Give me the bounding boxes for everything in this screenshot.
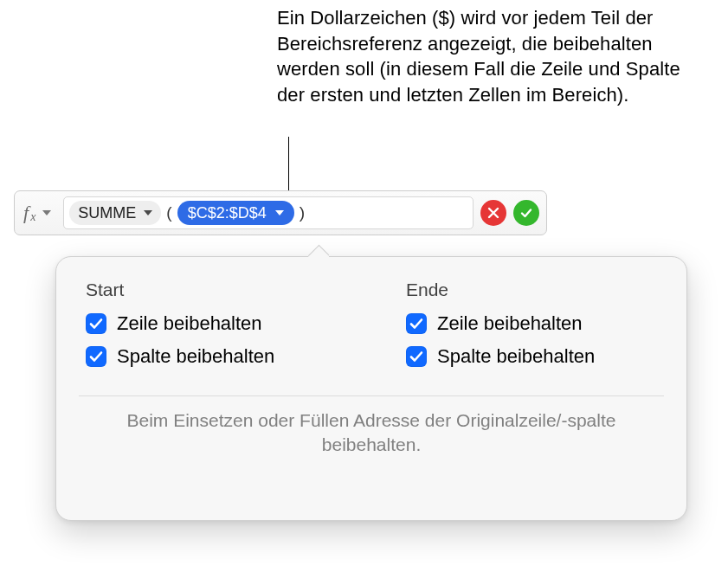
annotation-text: Ein Dollarzeichen ($) wird vor jedem Tei… [277, 5, 693, 108]
end-keep-col[interactable]: Spalte beibehalten [406, 345, 657, 368]
chevron-down-icon [144, 210, 152, 215]
end-keep-col-label: Spalte beibehalten [437, 345, 595, 368]
start-title: Start [86, 280, 337, 300]
fx-icon: f [23, 202, 29, 224]
accept-button[interactable] [513, 200, 539, 226]
start-keep-row-label: Zeile beibehalten [117, 312, 262, 335]
popover-note: Beim Einsetzen oder Füllen Adresse der O… [86, 408, 657, 458]
formula-bar: f x SUMME ( $C$2:$D$4 ) [14, 190, 547, 235]
end-column: Ende Zeile beibehalten Spalte beibehalte… [406, 280, 657, 378]
end-keep-row-label: Zeile beibehalten [437, 312, 583, 335]
fx-sub-icon: x [30, 210, 35, 224]
checkbox-checked-icon [86, 313, 106, 334]
checkbox-checked-icon [406, 346, 427, 367]
open-paren: ( [166, 203, 171, 222]
checkbox-checked-icon [406, 313, 427, 334]
checkbox-checked-icon [86, 346, 106, 367]
formula-content[interactable]: SUMME ( $C$2:$D$4 ) [63, 196, 474, 229]
start-keep-col-label: Spalte beibehalten [117, 345, 274, 368]
start-keep-row[interactable]: Zeile beibehalten [86, 312, 337, 335]
start-keep-col[interactable]: Spalte beibehalten [86, 345, 337, 368]
start-column: Start Zeile beibehalten Spalte beibehalt… [86, 280, 337, 378]
function-token-label: SUMME [78, 204, 136, 222]
end-keep-row[interactable]: Zeile beibehalten [406, 312, 657, 335]
checkmark-icon [519, 206, 533, 220]
fx-menu[interactable]: f x [22, 202, 58, 224]
close-icon [486, 206, 500, 220]
range-token[interactable]: $C$2:$D$4 [177, 201, 294, 225]
range-token-label: $C$2:$D$4 [188, 204, 267, 222]
popover-separator [79, 395, 664, 396]
close-paren: ) [300, 203, 305, 222]
chevron-down-icon [275, 210, 284, 215]
cancel-button[interactable] [480, 200, 506, 226]
end-title: Ende [406, 280, 657, 300]
chevron-down-icon [42, 210, 51, 215]
function-token[interactable]: SUMME [69, 201, 161, 225]
reference-options-popover: Start Zeile beibehalten Spalte beibehalt… [55, 256, 687, 521]
